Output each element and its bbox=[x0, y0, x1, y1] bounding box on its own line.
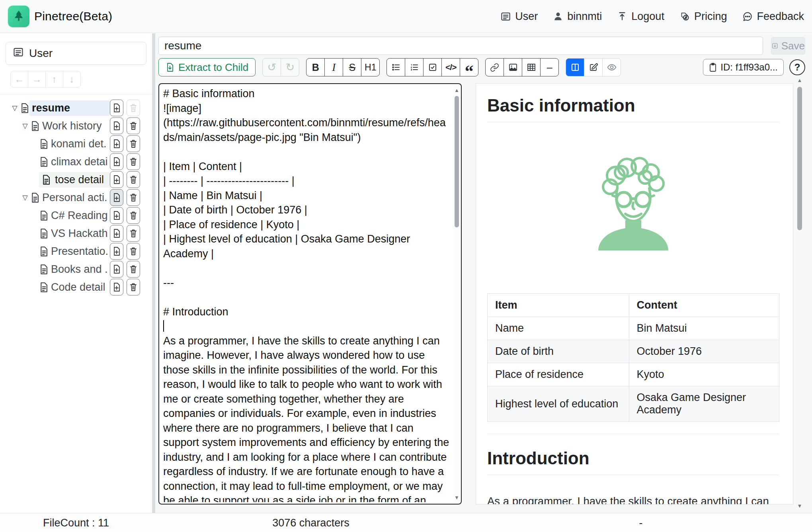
preview-scrollbar-thumb[interactable] bbox=[797, 87, 802, 230]
preview-scrollbar[interactable]: ▲ ▼ bbox=[796, 76, 803, 511]
expander-icon[interactable]: ▽ bbox=[20, 122, 30, 130]
delete-button[interactable] bbox=[127, 171, 140, 188]
trash-icon bbox=[129, 103, 137, 113]
scroll-up-icon[interactable]: ▲ bbox=[796, 77, 803, 83]
add-child-button[interactable] bbox=[110, 100, 123, 116]
link-button[interactable] bbox=[485, 58, 504, 76]
list-icon bbox=[13, 47, 24, 61]
tree-item-tose-detail[interactable]: tose detail bbox=[0, 171, 152, 188]
checkbox-button[interactable] bbox=[423, 58, 442, 76]
editor-scrollbar-thumb[interactable] bbox=[455, 96, 459, 227]
save-button[interactable]: Save bbox=[771, 37, 805, 55]
nav-account[interactable]: binnmti bbox=[553, 10, 602, 23]
image-button[interactable] bbox=[504, 58, 522, 76]
add-child-button[interactable] bbox=[110, 171, 123, 188]
nav-down-button[interactable]: ↓ bbox=[63, 71, 81, 88]
pinetree-app: Pinetree(Beta) User binnmti Logout bbox=[0, 0, 812, 532]
tree-item-books[interactable]: Books and ... bbox=[0, 261, 152, 278]
tree-item-presentation[interactable]: Presentatio... bbox=[0, 243, 152, 260]
document-title-input[interactable] bbox=[158, 37, 763, 55]
delete-button[interactable] bbox=[127, 207, 140, 224]
delete-button[interactable] bbox=[127, 117, 140, 134]
undo-button[interactable]: ↺ bbox=[262, 58, 281, 76]
code-button[interactable]: </> bbox=[441, 58, 460, 76]
delete-button[interactable] bbox=[127, 261, 140, 278]
markdown-textarea[interactable]: # Basic information ![image](https://raw… bbox=[163, 86, 451, 502]
table-button[interactable] bbox=[522, 58, 541, 76]
delete-button[interactable] bbox=[127, 225, 140, 242]
sidebar-resizer[interactable] bbox=[152, 33, 155, 532]
markdown-editor[interactable]: # Basic information ![image](https://raw… bbox=[158, 83, 462, 505]
add-child-button[interactable] bbox=[110, 135, 123, 152]
redo-button[interactable]: ↻ bbox=[281, 58, 299, 76]
preview-view-button[interactable] bbox=[602, 58, 621, 76]
edit-view-button[interactable] bbox=[584, 58, 603, 76]
add-child-button[interactable] bbox=[110, 189, 123, 206]
insert-group: – bbox=[485, 58, 559, 76]
document-id-button[interactable]: ID: f1ff93a0... bbox=[703, 59, 784, 76]
expander-icon[interactable]: ▽ bbox=[10, 104, 20, 112]
help-button[interactable]: ? bbox=[789, 59, 805, 75]
split-view-icon bbox=[570, 63, 580, 72]
tree-item-climax-detail[interactable]: climax detail bbox=[0, 153, 152, 170]
person-icon bbox=[553, 11, 563, 22]
nav-forward-button[interactable]: → bbox=[28, 71, 46, 88]
tree-item-label: Code detail bbox=[51, 281, 105, 293]
ordered-list-button[interactable] bbox=[405, 58, 424, 76]
nav-back-button[interactable]: ← bbox=[10, 71, 28, 88]
add-child-button[interactable] bbox=[110, 261, 123, 278]
preview-heading-basic: Basic information bbox=[487, 96, 779, 122]
nav-up-button[interactable]: ↑ bbox=[45, 71, 63, 88]
tree-item-personal-activities[interactable]: ▽ Personal acti... bbox=[0, 189, 152, 206]
add-child-button[interactable] bbox=[110, 207, 123, 224]
tree-item-csharp-reading[interactable]: C# Reading... bbox=[0, 207, 152, 224]
nav-logout[interactable]: Logout bbox=[617, 10, 664, 23]
extract-to-child-button[interactable]: Extract to Child bbox=[158, 58, 256, 76]
bold-button[interactable]: B bbox=[306, 58, 325, 76]
tree-item-vs-hackathon[interactable]: VS Hackath... bbox=[0, 225, 152, 242]
tree-item-resume[interactable]: ▽ resume bbox=[0, 100, 152, 116]
horizontal-rule-button[interactable]: – bbox=[540, 58, 559, 76]
add-child-button[interactable] bbox=[110, 153, 123, 170]
scroll-up-icon[interactable]: ▲ bbox=[453, 87, 460, 93]
delete-button[interactable] bbox=[127, 189, 140, 206]
tree-item-konami-detail[interactable]: konami det... bbox=[0, 135, 152, 152]
split-view-button[interactable] bbox=[566, 58, 584, 76]
sidebar-user-panel[interactable]: User bbox=[6, 42, 146, 65]
tree-item-label: konami det... bbox=[51, 138, 107, 150]
table-row: Date of birth October 1976 bbox=[488, 340, 779, 363]
scroll-down-icon[interactable]: ▼ bbox=[453, 495, 460, 501]
save-button-label: Save bbox=[781, 40, 805, 52]
quote-button[interactable]: “ bbox=[460, 58, 478, 76]
question-icon: ? bbox=[794, 62, 800, 73]
delete-button[interactable] bbox=[127, 135, 140, 152]
nav-account-label: binnmti bbox=[567, 10, 602, 23]
delete-button[interactable] bbox=[127, 153, 140, 170]
add-child-button[interactable] bbox=[110, 243, 123, 260]
trash-icon bbox=[129, 229, 137, 238]
expander-icon[interactable]: ▽ bbox=[20, 194, 30, 202]
preview-intro-paragraph: As a programmer, I have the skills to cr… bbox=[487, 493, 779, 505]
scroll-down-icon[interactable]: ▼ bbox=[796, 503, 803, 509]
list-icon bbox=[500, 11, 511, 22]
editor-scrollbar[interactable]: ▲ ▼ bbox=[453, 85, 460, 503]
table-header-item: Item bbox=[488, 294, 629, 317]
add-child-button[interactable] bbox=[110, 279, 123, 295]
document-icon bbox=[39, 139, 49, 149]
nav-user[interactable]: User bbox=[500, 10, 538, 23]
delete-button[interactable] bbox=[127, 243, 140, 260]
nav-pricing[interactable]: Pricing bbox=[679, 10, 727, 23]
list-group: </> “ bbox=[386, 58, 478, 76]
add-child-button[interactable] bbox=[110, 117, 123, 134]
strikethrough-button[interactable]: S bbox=[343, 58, 361, 76]
arrow-right-icon: → bbox=[32, 74, 42, 85]
heading-button[interactable]: H1 bbox=[361, 58, 380, 76]
add-child-button[interactable] bbox=[110, 225, 123, 242]
bullet-list-button[interactable] bbox=[386, 58, 405, 76]
delete-button[interactable] bbox=[127, 279, 140, 295]
image-icon bbox=[508, 63, 518, 72]
tree-item-work-history[interactable]: ▽ Work history bbox=[0, 117, 152, 134]
tree-item-code-detail[interactable]: Code detail bbox=[0, 279, 152, 295]
nav-feedback[interactable]: Feedback bbox=[742, 10, 804, 23]
italic-button[interactable]: I bbox=[324, 58, 343, 76]
